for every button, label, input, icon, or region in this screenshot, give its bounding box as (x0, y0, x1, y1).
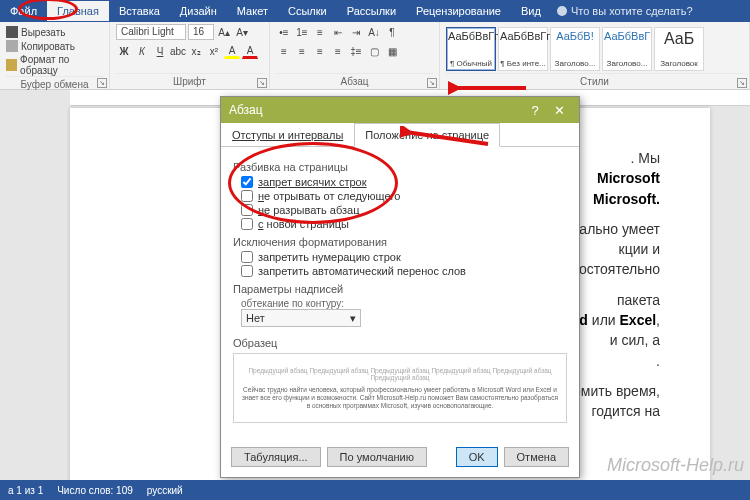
page-break-before-check[interactable]: с новой страницы (241, 218, 567, 230)
tab-home[interactable]: Главная (47, 1, 109, 21)
watermark: Microsoft-Help.ru (607, 455, 744, 476)
wrap-label: обтекание по контуру: (241, 298, 567, 309)
wrap-select[interactable]: Нет▾ (241, 309, 361, 327)
multilevel-button[interactable]: ≡ (312, 24, 328, 40)
justify-button[interactable]: ≡ (330, 43, 346, 59)
styles-launcher[interactable]: ↘ (737, 78, 747, 88)
numbering-button[interactable]: 1≡ (294, 24, 310, 40)
scissors-icon (6, 26, 18, 38)
copy-button[interactable]: Копировать (6, 40, 75, 52)
style-no-spacing[interactable]: АаБбВвГг,¶ Без инте... (498, 27, 548, 71)
group-paragraph: Абзац (276, 73, 433, 89)
grow-font-button[interactable]: A▴ (216, 24, 232, 40)
page-indicator[interactable]: а 1 из 1 (8, 485, 43, 496)
highlight-button[interactable]: A (224, 43, 240, 59)
strike-button[interactable]: abc (170, 43, 186, 59)
word-count[interactable]: Число слов: 109 (57, 485, 133, 496)
doc-text: Microsoft. (593, 191, 660, 207)
dialog-title: Абзац (229, 103, 263, 117)
section-pagination: Разбивка на страницы (233, 161, 567, 173)
style-normal[interactable]: АаБбВвГг,¶ Обычный (446, 27, 496, 71)
section-sample: Образец (233, 337, 567, 349)
superscript-button[interactable]: x² (206, 43, 222, 59)
bold-button[interactable]: Ж (116, 43, 132, 59)
default-button[interactable]: По умолчанию (327, 447, 427, 467)
lightbulb-icon (557, 6, 567, 16)
copy-icon (6, 40, 18, 52)
tab-layout[interactable]: Макет (227, 1, 278, 21)
group-styles: Стили (446, 73, 743, 89)
brush-icon (6, 59, 17, 71)
help-button[interactable]: ? (523, 103, 547, 118)
status-bar: а 1 из 1 Число слов: 109 русский (0, 480, 750, 500)
paragraph-dialog: Абзац ? ✕ Отступы и интервалы Положение … (220, 96, 580, 478)
font-name-select[interactable]: Calibri Light (116, 24, 186, 40)
tabs-button[interactable]: Табуляция... (231, 447, 321, 467)
keep-together-check[interactable]: не разрывать абзац (241, 204, 567, 216)
keep-with-next-check[interactable]: не отрывать от следующего (241, 190, 567, 202)
align-right-button[interactable]: ≡ (312, 43, 328, 59)
section-text-box: Параметры надписей (233, 283, 567, 295)
tab-indents[interactable]: Отступы и интервалы (221, 123, 354, 146)
style-title[interactable]: АаБЗаголовок (654, 27, 704, 71)
widow-orphan-check[interactable]: запрет висячих строк (241, 176, 567, 188)
borders-button[interactable]: ▦ (384, 43, 400, 59)
clipboard-launcher[interactable]: ↘ (97, 78, 107, 88)
font-launcher[interactable]: ↘ (257, 78, 267, 88)
shrink-font-button[interactable]: A▾ (234, 24, 250, 40)
close-button[interactable]: ✕ (547, 103, 571, 118)
font-color-button[interactable]: A (242, 43, 258, 59)
shading-button[interactable]: ▢ (366, 43, 382, 59)
suppress-line-numbers-check[interactable]: запретить нумерацию строк (241, 251, 567, 263)
language-indicator[interactable]: русский (147, 485, 183, 496)
tab-page-position[interactable]: Положение на странице (354, 123, 500, 147)
tab-design[interactable]: Дизайн (170, 1, 227, 21)
tab-references[interactable]: Ссылки (278, 1, 337, 21)
section-formatting-exceptions: Исключения форматирования (233, 236, 567, 248)
format-painter-button[interactable]: Формат по образцу (6, 54, 103, 76)
cut-button[interactable]: Вырезать (6, 26, 65, 38)
tab-mailings[interactable]: Рассылки (337, 1, 406, 21)
italic-button[interactable]: К (134, 43, 150, 59)
suppress-hyphenation-check[interactable]: запретить автоматический перенос слов (241, 265, 567, 277)
tab-file[interactable]: Файл (0, 1, 47, 21)
tell-me[interactable]: Что вы хотите сделать? (557, 5, 693, 17)
style-heading1[interactable]: АаБбВ!Заголово... (550, 27, 600, 71)
chevron-down-icon: ▾ (350, 312, 356, 325)
paragraph-launcher[interactable]: ↘ (427, 78, 437, 88)
subscript-button[interactable]: x₂ (188, 43, 204, 59)
tab-view[interactable]: Вид (511, 1, 551, 21)
preview-pane: Предыдущий абзац Предыдущий абзац Предыд… (233, 353, 567, 423)
sort-button[interactable]: A↓ (366, 24, 382, 40)
line-spacing-button[interactable]: ‡≡ (348, 43, 364, 59)
ok-button[interactable]: OK (456, 447, 498, 467)
align-left-button[interactable]: ≡ (276, 43, 292, 59)
bullets-button[interactable]: •≡ (276, 24, 292, 40)
tab-review[interactable]: Рецензирование (406, 1, 511, 21)
indent-inc-button[interactable]: ⇥ (348, 24, 364, 40)
font-size-select[interactable]: 16 (188, 24, 214, 40)
style-heading2[interactable]: АаБбВвГЗаголово... (602, 27, 652, 71)
group-font: Шрифт (116, 73, 263, 89)
show-marks-button[interactable]: ¶ (384, 24, 400, 40)
indent-dec-button[interactable]: ⇤ (330, 24, 346, 40)
tab-insert[interactable]: Вставка (109, 1, 170, 21)
underline-button[interactable]: Ч (152, 43, 168, 59)
doc-text: Microsoft (597, 170, 660, 186)
align-center-button[interactable]: ≡ (294, 43, 310, 59)
cancel-button[interactable]: Отмена (504, 447, 569, 467)
